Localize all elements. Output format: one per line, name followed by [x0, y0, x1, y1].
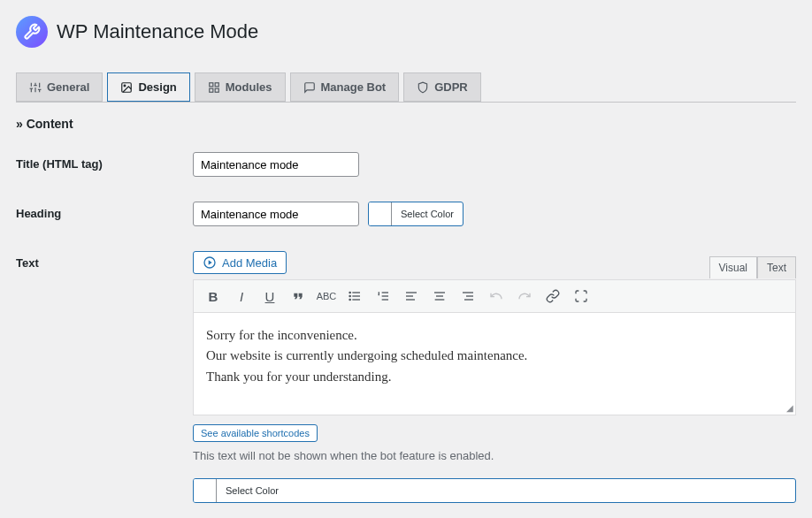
bold-button[interactable]: B: [203, 286, 224, 307]
add-media-label: Add Media: [222, 256, 277, 270]
link-button[interactable]: [542, 286, 563, 307]
editor-content[interactable]: Sorry for the inconvenience. Our website…: [194, 313, 795, 403]
page-title: WP Maintenance Mode: [57, 20, 258, 43]
editor-line: Thank you for your understanding.: [206, 367, 783, 387]
tab-bar: General Design Modules Manage Bot GDPR: [16, 72, 796, 102]
align-right-button[interactable]: [457, 286, 479, 307]
svg-point-20: [349, 295, 350, 296]
fullscreen-button[interactable]: [571, 286, 592, 307]
bullet-list-button[interactable]: [344, 286, 365, 307]
tab-label: GDPR: [434, 80, 468, 94]
plugin-logo-icon: [16, 16, 48, 48]
page-header: WP Maintenance Mode: [16, 16, 796, 48]
row-text: Text Add Media Visual Text B I U ABC: [16, 251, 796, 503]
numbered-list-button[interactable]: [372, 286, 394, 307]
tab-modules[interactable]: Modules: [195, 72, 286, 102]
section-title: » Content: [16, 117, 796, 131]
quote-button[interactable]: [287, 286, 309, 307]
shield-icon: [417, 81, 429, 94]
editor-tab-visual[interactable]: Visual: [709, 256, 757, 278]
tab-label: Design: [138, 80, 176, 94]
align-center-button[interactable]: [429, 286, 450, 307]
help-text: This text will not be shown when the bot…: [193, 449, 796, 462]
svg-point-21: [349, 299, 350, 300]
color-swatch-icon: [369, 202, 392, 225]
text-label: Text: [16, 251, 193, 270]
tab-general[interactable]: General: [16, 72, 103, 102]
tab-label: General: [47, 80, 89, 94]
title-label: Title (HTML tag): [16, 152, 193, 171]
svg-point-10: [125, 85, 126, 87]
resize-handle-icon[interactable]: ◢: [194, 403, 795, 415]
svg-rect-13: [215, 88, 218, 92]
svg-rect-11: [210, 82, 213, 86]
undo-button[interactable]: [486, 286, 507, 307]
see-shortcodes-button[interactable]: See available shortcodes: [193, 424, 318, 442]
media-icon: [203, 255, 217, 270]
heading-label: Heading: [16, 202, 193, 220]
svg-rect-14: [210, 88, 213, 92]
tab-label: Modules: [226, 80, 272, 94]
editor-mode-tabs: Visual Text: [709, 256, 796, 278]
tab-gdpr[interactable]: GDPR: [403, 72, 481, 102]
tab-divider: [16, 102, 796, 103]
heading-input[interactable]: [193, 202, 359, 226]
align-left-button[interactable]: [401, 286, 422, 307]
color-button-label: Select Color: [217, 485, 287, 496]
text-color-button[interactable]: Select Color: [193, 478, 796, 503]
grid-icon: [208, 81, 220, 94]
text-editor: B I U ABC Sorry for the inconvenience. O…: [193, 279, 796, 415]
heading-color-button[interactable]: Select Color: [368, 202, 463, 226]
chat-icon: [303, 81, 316, 94]
sliders-icon: [29, 81, 42, 94]
tab-design[interactable]: Design: [107, 72, 189, 102]
row-heading: Heading Select Color: [16, 202, 796, 226]
color-swatch-icon: [194, 479, 217, 502]
editor-toolbar: B I U ABC: [194, 280, 795, 313]
svg-rect-12: [215, 82, 218, 86]
italic-button[interactable]: I: [231, 286, 252, 307]
strikethrough-button[interactable]: ABC: [316, 286, 337, 307]
tab-manage-bot[interactable]: Manage Bot: [290, 72, 400, 102]
editor-tab-text[interactable]: Text: [757, 256, 796, 278]
svg-point-19: [349, 292, 350, 293]
redo-button[interactable]: [514, 286, 535, 307]
editor-line: Our website is currently undergoing sche…: [206, 346, 783, 366]
title-input[interactable]: [193, 152, 359, 177]
tab-label: Manage Bot: [321, 80, 387, 94]
editor-line: Sorry for the inconvenience.: [206, 325, 783, 346]
add-media-button[interactable]: Add Media: [193, 251, 287, 274]
color-button-label: Select Color: [392, 209, 463, 219]
underline-button[interactable]: U: [259, 286, 280, 307]
row-title: Title (HTML tag): [16, 152, 796, 177]
image-icon: [120, 81, 133, 94]
